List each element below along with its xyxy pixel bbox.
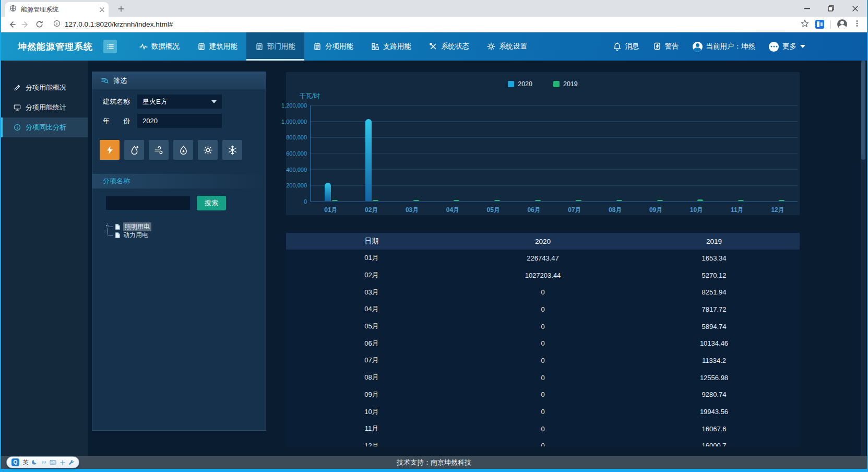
nav-item-data-overview[interactable]: 数据概况 [130,32,188,61]
nav-item-subitem-energy[interactable]: 分项用能 [304,32,362,61]
search-button[interactable]: 搜索 [197,196,226,210]
legend-item-2020[interactable]: 2020 [508,80,532,88]
table-cell: 0 [457,288,628,296]
sidebar-item-subitem-overview[interactable]: 分项用能概况 [1,78,88,98]
nav-item-building-energy[interactable]: 建筑用能 [188,32,246,61]
window-restore-button[interactable] [819,0,843,17]
ime-language-mode[interactable]: 英 [23,458,29,466]
x-axis-tick-label: 05月 [477,206,510,215]
ime-logo[interactable]: Q [11,458,19,466]
current-user[interactable]: 当前用户：坤然 [693,42,756,52]
back-icon[interactable] [5,18,19,31]
wrench-icon[interactable] [68,459,74,465]
punctuation-icon[interactable] [41,460,46,465]
clipboard-icon [255,42,264,51]
browser-tab[interactable]: 能源管理系统 [5,2,109,17]
table-header-cell: 2020 [457,238,628,245]
bar-2019-01月 [332,200,338,201]
x-axis-tick-label: 11月 [720,206,754,215]
building-name-label: 建筑名称 [103,95,130,109]
address-bar[interactable]: 127.0.0.1:8020/krznnh/index.html# [46,18,801,31]
scrollbar-thumb[interactable] [861,61,865,160]
profile-avatar[interactable] [837,19,847,29]
more-button[interactable]: 更多 [769,42,805,52]
table-cell: 0 [457,323,628,331]
table-row: 10月019943.56 [286,403,800,420]
sidebar-toggle-button[interactable] [103,40,117,53]
site-info-icon[interactable] [53,20,61,29]
nav-item-system-status[interactable]: 系统状态 [420,32,478,61]
x-axis-tick-label: 04月 [436,206,469,215]
bell-icon [613,42,622,51]
messages-button[interactable]: 消息 [613,42,639,51]
table-cell: 1653.34 [628,254,800,262]
pencil-icon [14,84,21,91]
search-input[interactable] [105,196,191,210]
legend-swatch [508,81,514,87]
window-close-button[interactable] [843,0,867,17]
branch-grid-icon [371,42,379,51]
nav-item-system-settings[interactable]: 系统设置 [478,32,536,61]
new-tab-button[interactable] [116,4,126,14]
forward-icon[interactable] [19,18,32,31]
wind-icon-button[interactable] [149,140,169,160]
tree-item-lighting[interactable]: 照明用电 [106,222,151,231]
extension-icon[interactable] [815,20,824,29]
table-header-row: 日期20202019 [286,233,800,250]
page-scrollbar[interactable] [861,61,866,456]
nav-item-branch-energy[interactable]: 支路用能 [362,32,420,61]
table-cell: 11月 [286,424,457,433]
table-cell: 9280.74 [628,391,800,398]
electricity-icon-button[interactable] [100,140,120,160]
reload-icon[interactable] [32,18,46,31]
solar-icon-button[interactable] [198,140,218,160]
sidebar-item-subitem-yoy-analysis[interactable]: 分项同比分析 [1,117,88,137]
cooling-icon-button[interactable] [222,140,242,160]
x-axis-tick-label: 10月 [680,206,713,215]
alerts-button[interactable]: 警告 [653,42,679,51]
y-axis-tick-label: 400,000 [286,167,307,173]
x-axis-tick-label: 07月 [558,206,591,215]
tree-item-power[interactable]: 动力用电 [106,231,151,239]
nav-right-section: 消息 警告 当前用户：坤然 更多 [613,42,868,52]
window-minimize-button[interactable] [795,0,819,17]
gas-icon-button[interactable] [173,140,193,160]
browser-menu-icon[interactable] [853,20,861,29]
window-border-left [0,0,1,472]
left-sidebar: 分项用能概况 分项用能统计 分项同比分析 [1,61,88,456]
handwriting-icon[interactable] [60,460,65,465]
ime-toolbar[interactable]: Q 英 [6,456,79,468]
chart-gridline [311,105,798,106]
bar-2019-11月 [738,200,744,201]
y-axis-tick-label: 1,000,000 [281,119,307,125]
table-cell: 02月 [286,270,457,280]
x-axis-tick-label: 08月 [599,206,632,215]
table-cell: 12月 [286,441,457,446]
chart-gridline [311,185,798,186]
table-cell: 1027203.44 [457,272,628,279]
legend-item-2019[interactable]: 2019 [553,80,578,88]
y-axis-tick-label: 600,000 [286,150,307,157]
bookmark-star-icon[interactable] [801,19,809,30]
year-input[interactable] [137,114,222,128]
legend-label: 2019 [563,80,578,88]
sidebar-item-subitem-statistics[interactable]: 分项用能统计 [1,98,88,117]
bar-2020-01月 [325,183,331,201]
moon-icon[interactable] [32,459,38,465]
nav-item-department-energy[interactable]: 部门用能 [246,32,304,61]
main-menu: 数据概况 建筑用能 部门用能 分项用能 支路用能 系统状态 系统设置 [130,32,536,61]
tab-close-icon[interactable] [100,5,104,14]
bar-2019-07月 [576,200,581,201]
monthly-data-table: 日期20202019 01月226743.471653.3402月1027203… [286,233,800,446]
window-border-bottom [0,469,868,472]
water-icon-button[interactable] [124,140,144,160]
keyboard-icon[interactable] [50,459,56,465]
chart-gridline [311,202,798,202]
url-text[interactable]: 127.0.0.1:8020/krznnh/index.html# [65,20,173,28]
document-icon [114,223,121,230]
support-text: 技术支持：南京坤然科技 [397,458,471,467]
table-row: 06月010134.46 [286,335,800,352]
subitem-tree: 照明用电 动力用电 [106,222,151,239]
building-name-select[interactable]: 星火E方 [137,95,222,109]
bar-2019-02月 [373,200,378,201]
